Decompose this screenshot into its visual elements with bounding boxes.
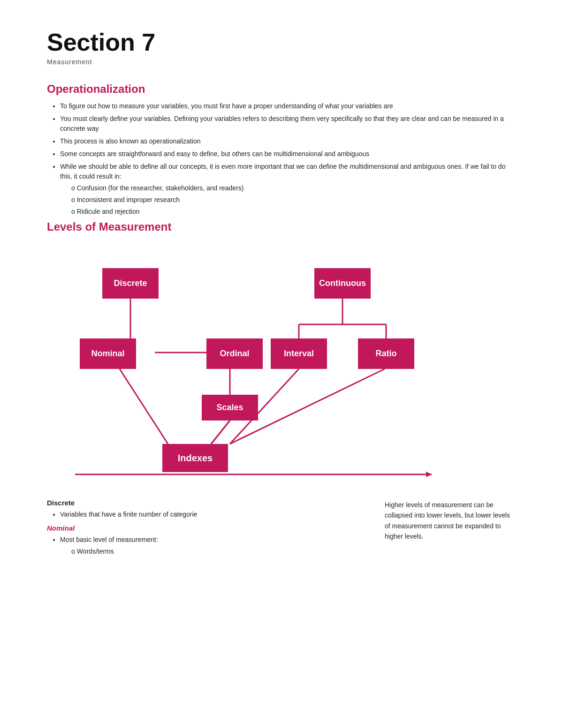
discrete-bullet: Variables that have a finite number of c…: [60, 510, 370, 519]
bullet-2: You must clearly define your variables. …: [60, 114, 516, 134]
sub-bullet-3: Ridicule and rejection: [71, 207, 516, 217]
operationalization-section: Operationalization To figure out how to …: [47, 83, 516, 217]
sub-bullet-1: Confusion (for the researcher, stakehold…: [71, 183, 516, 193]
sub-bullet-list: Confusion (for the researcher, stakehold…: [71, 183, 516, 217]
right-text: Higher levels of measurement can be coll…: [385, 500, 516, 542]
levels-heading: Levels of Measurement: [47, 220, 516, 233]
discrete-box: Discrete: [102, 268, 159, 299]
ordinal-box: Ordinal: [206, 338, 263, 369]
ratio-box: Ratio: [358, 338, 414, 369]
bullet-5: While we should be able to define all ou…: [60, 162, 516, 217]
bullet-1: To figure out how to measure your variab…: [60, 101, 516, 111]
indexes-box: Indexes: [162, 444, 228, 472]
svg-marker-13: [426, 472, 432, 477]
scales-box: Scales: [202, 395, 258, 420]
nominal-sub-bullet-1: Words/terms: [71, 547, 370, 556]
levels-of-measurement-section: Levels of Measurement: [47, 220, 516, 484]
discrete-heading: Discrete: [47, 499, 370, 507]
sub-bullet-2: Inconsistent and improper research: [71, 195, 516, 205]
nominal-bullet-1: Most basic level of measurement: Words/t…: [60, 535, 370, 556]
diagram-container: Discrete Continuous Nominal Ordinal Inte…: [47, 245, 450, 484]
svg-line-6: [120, 369, 168, 444]
svg-line-11: [211, 420, 230, 444]
bottom-section: Discrete Variables that have a finite nu…: [47, 499, 516, 560]
bottom-left: Discrete Variables that have a finite nu…: [47, 499, 370, 560]
bullet-3: This process is also known as operationa…: [60, 136, 516, 146]
operationalization-heading: Operationalization: [47, 83, 516, 96]
nominal-list: Most basic level of measurement: Words/t…: [60, 535, 370, 556]
interval-box: Interval: [271, 338, 327, 369]
page-subtitle: Measurement: [47, 58, 516, 66]
bottom-right: Higher levels of measurement can be coll…: [385, 499, 516, 560]
nominal-sub-list: Words/terms: [71, 547, 370, 556]
operationalization-list: To figure out how to measure your variab…: [60, 101, 516, 217]
page-title: Section 7: [47, 28, 516, 56]
continuous-box: Continuous: [314, 268, 371, 299]
bullet-4: Some concepts are straightforward and ea…: [60, 149, 516, 159]
discrete-list: Variables that have a finite number of c…: [60, 510, 370, 519]
nominal-heading: Nominal: [47, 524, 370, 532]
nominal-box: Nominal: [80, 338, 136, 369]
